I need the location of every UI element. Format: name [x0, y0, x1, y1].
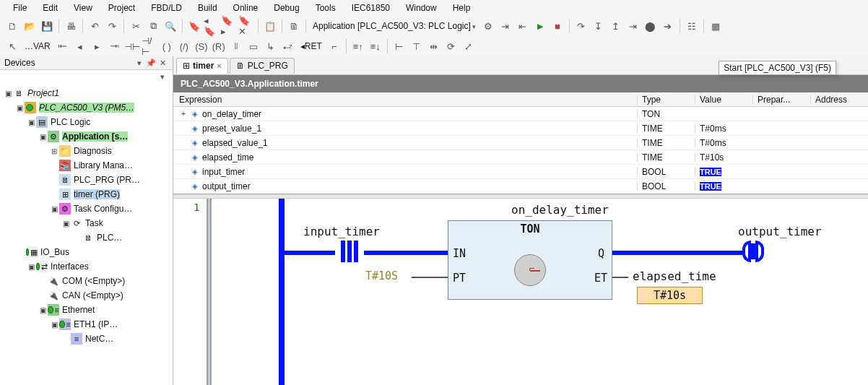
col-address[interactable]: Address	[810, 95, 868, 105]
contact-button[interactable]: ⊣⊢	[124, 38, 140, 54]
tree-task[interactable]: ▣ ⟳Task	[0, 216, 173, 230]
device-tree[interactable]: ▣ 🗎Project1 ▣ PLC_AC500_V3 (PM5… ▣ ▤PLC …	[0, 83, 173, 385]
cursor-tool-button[interactable]: ↖	[4, 38, 20, 54]
bookmark-button[interactable]: 🔖	[186, 18, 202, 34]
next-bp-button[interactable]: ➔	[660, 18, 676, 34]
bookmark-clear-button[interactable]: 🔖✕	[238, 18, 254, 34]
devices-history-dropdown[interactable]: ▾	[0, 70, 173, 83]
tab-plcprg[interactable]: 🗎 PLC_PRG	[230, 58, 295, 74]
new-pou-button[interactable]: 🗎	[286, 18, 302, 34]
menu-edit[interactable]: Edit	[35, 1, 65, 14]
variable-value[interactable]: T#0ms	[695, 124, 752, 134]
tab-timer[interactable]: ⊞ timer ×	[176, 58, 228, 74]
menu-iec61850[interactable]: IEC61850	[344, 1, 397, 14]
coil-button[interactable]: ( )	[159, 38, 175, 54]
start-button[interactable]: ▶	[532, 18, 548, 34]
copy-button[interactable]: ⧉	[145, 18, 161, 34]
align-left-button[interactable]: ⊢	[391, 38, 407, 54]
variable-row[interactable]: output_timerBOOLTRUE	[173, 179, 868, 194]
menu-file[interactable]: File	[6, 1, 34, 14]
branch-button[interactable]: ⌐	[326, 38, 342, 54]
neg-contact-button[interactable]: ⊣/⊢	[142, 38, 157, 54]
tree-application[interactable]: ▣ ⚙Application [s…	[0, 129, 173, 144]
tree-library-manager[interactable]: 📚Library Mana…	[0, 158, 173, 173]
tree-netc[interactable]: ≡NetC…	[0, 332, 173, 346]
refresh-button[interactable]: ⟳	[443, 38, 459, 54]
jump-button[interactable]: ↳	[263, 38, 279, 54]
variable-row[interactable]: elapsed_timeTIMET#10s	[173, 150, 868, 165]
coil-output-timer[interactable]	[742, 241, 764, 262]
expand-button[interactable]: ⤢	[461, 38, 477, 54]
menu-window[interactable]: Window	[399, 1, 444, 14]
display-mode-button[interactable]: ☷	[684, 18, 700, 34]
tree-ethernet[interactable]: ▣ ≡Ethernet	[0, 303, 173, 317]
nav-last-button[interactable]: ⭲	[107, 38, 123, 54]
set-coil-button[interactable]: (S)	[194, 38, 209, 54]
cut-button[interactable]: ✂	[128, 18, 144, 34]
menu-view[interactable]: View	[66, 1, 100, 14]
col-expression[interactable]: Expression	[173, 95, 637, 105]
contact-input-timer[interactable]	[335, 241, 364, 262]
bookmark-prev-button[interactable]: ◂🔖	[204, 18, 220, 34]
paste-button[interactable]: 📋	[262, 18, 278, 34]
redo-button[interactable]: ↷	[104, 18, 120, 34]
watch-button[interactable]: ▦	[708, 18, 724, 34]
tree-com[interactable]: 🔌COM (<Empty>)	[0, 274, 173, 288]
close-icon[interactable]: ✕	[157, 59, 168, 68]
tree-eth1[interactable]: ▣ ≡ETH1 (IP…	[0, 317, 173, 332]
open-button[interactable]: 📂	[22, 18, 38, 34]
tree-plc[interactable]: ▣ PLC_AC500_V3 (PM5…	[0, 100, 173, 115]
rung-below-button[interactable]: ≡↓	[368, 38, 383, 54]
align-top-button[interactable]: ⊤	[409, 38, 425, 54]
tree-plcprg[interactable]: 🗎PLC_PRG (PR…	[0, 173, 173, 187]
variable-value[interactable]: T#0ms	[695, 138, 752, 148]
run-to-cursor-button[interactable]: ⇥	[625, 18, 641, 34]
distribute-button[interactable]: ⇹	[426, 38, 442, 54]
col-prepared[interactable]: Prepar...	[752, 95, 810, 105]
variable-row[interactable]: +on_delay_timerTON	[173, 107, 868, 121]
nav-prev-button[interactable]: ◂	[72, 38, 88, 54]
close-icon[interactable]: ×	[217, 61, 221, 70]
new-button[interactable]: 🗋	[4, 18, 20, 34]
tree-interfaces[interactable]: ▣ ⇄Interfaces	[0, 259, 173, 274]
ton-block[interactable]: TON IN PT Q ET	[448, 220, 612, 300]
logout-button[interactable]: ⇤	[515, 18, 531, 34]
tree-diagnosis[interactable]: ⊞ 📁Diagnosis	[0, 144, 173, 158]
menu-tools[interactable]: Tools	[308, 1, 343, 14]
tree-timer[interactable]: ⊞timer (PRG)	[0, 187, 173, 202]
expand-icon[interactable]: +	[179, 110, 188, 118]
col-type[interactable]: Type	[637, 95, 695, 105]
parallel-button[interactable]: ⫴	[228, 38, 244, 54]
variable-row[interactable]: preset_value_1TIMET#0ms	[173, 121, 868, 136]
toggle-bp-button[interactable]: ⬤	[643, 18, 659, 34]
tree-plc-leaf[interactable]: 🗎PLC…	[0, 230, 173, 245]
neg-coil-button[interactable]: (/)	[176, 38, 192, 54]
tree-can[interactable]: 🔌CAN (<Empty>)	[0, 288, 173, 303]
fbd-diagram[interactable]: 1 on_delay_timer input_timer TON IN PT Q…	[173, 199, 868, 385]
print-button[interactable]: 🖶	[63, 18, 79, 34]
find-button[interactable]: 🔍	[162, 18, 178, 34]
return-button[interactable]: ⮐	[280, 38, 296, 54]
variable-value[interactable]: T#10s	[695, 152, 752, 163]
menu-project[interactable]: Project	[101, 1, 142, 14]
menu-debug[interactable]: Debug	[266, 1, 306, 14]
variable-row[interactable]: input_timerBOOLTRUE	[173, 165, 868, 179]
step-out-button[interactable]: ↥	[608, 18, 624, 34]
build-button[interactable]: ⚙	[480, 18, 496, 34]
menu-fbdld[interactable]: FBD/LD	[144, 1, 189, 14]
stop-button[interactable]: ■	[550, 18, 565, 34]
step-over-button[interactable]: ↷	[573, 18, 589, 34]
variable-value[interactable]: TRUE	[695, 181, 752, 191]
tree-project[interactable]: ▣ 🗎Project1	[0, 86, 173, 100]
variable-row[interactable]: elapsed_value_1TIMET#0ms	[173, 136, 868, 150]
rung-above-button[interactable]: ≡↑	[350, 38, 366, 54]
tree-plc-logic[interactable]: ▣ ▤PLC Logic	[0, 115, 173, 129]
pin-icon[interactable]: 📌	[145, 59, 157, 68]
save-button[interactable]: 💾	[39, 18, 55, 34]
undo-button[interactable]: ↶	[87, 18, 103, 34]
login-button[interactable]: ⇥	[498, 18, 513, 34]
bookmark-next-button[interactable]: 🔖▸	[221, 18, 237, 34]
variable-value[interactable]: TRUE	[695, 167, 752, 177]
nav-next-button[interactable]: ▸	[90, 38, 105, 54]
menu-help[interactable]: Help	[446, 1, 478, 14]
